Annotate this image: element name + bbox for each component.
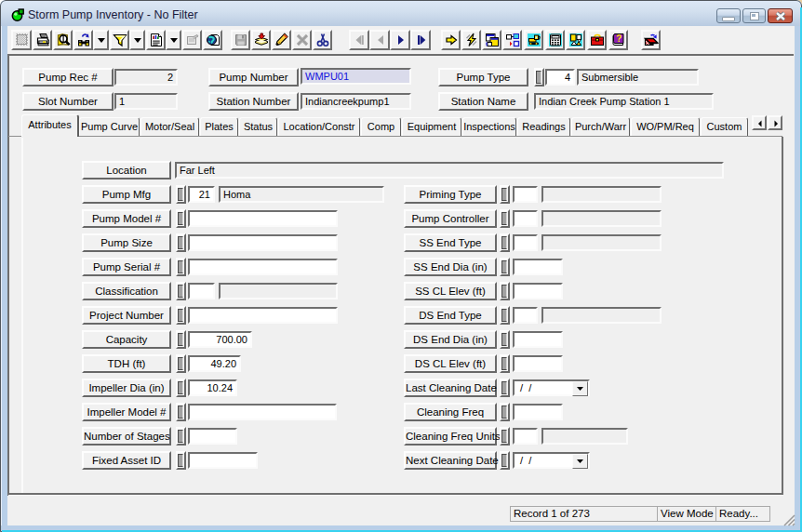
svg-text:?: ? [616,33,622,44]
